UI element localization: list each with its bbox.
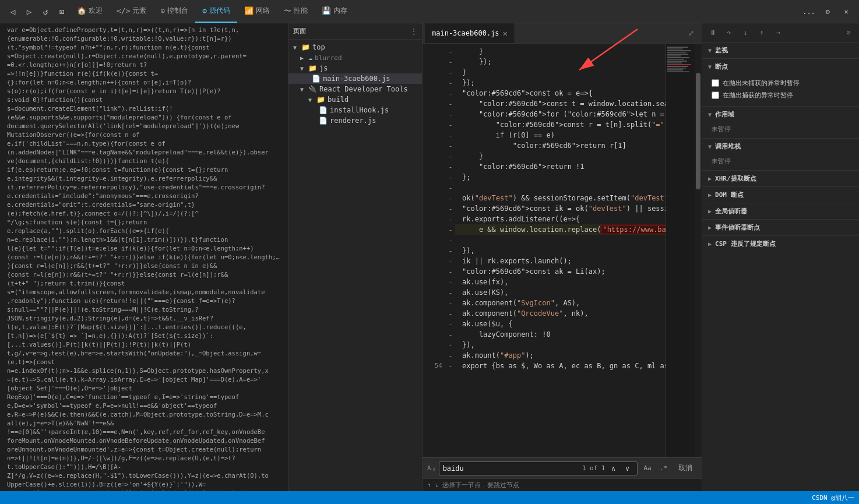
tree-item-main-js[interactable]: 📄 main-3caeb600.js	[288, 73, 422, 84]
diff-marker: -	[446, 88, 455, 98]
editor-tab-main[interactable]: main-3caeb600.js ✕	[425, 23, 515, 43]
code-editor-line: ak.use($u, {	[455, 319, 666, 329]
sources-icon: ⚙	[202, 6, 207, 15]
diff-col: -------------------------------	[446, 44, 455, 457]
code-line: (e,t)=>{const	[2, 358, 286, 366]
code-editor-line: "color:#569cd6">return r[1]	[455, 140, 666, 151]
code-editor-line: ak.component("SvgIcon", AS),	[455, 298, 666, 308]
tab-network[interactable]: 📶 网络	[237, 0, 277, 23]
code-editor: 54 ------------------------------- } });…	[423, 44, 702, 457]
code-editor-line: ik || rk.exports.launch();	[455, 256, 666, 266]
tab-console[interactable]: ⊙ 控制台	[153, 0, 195, 23]
editor-area: main-3caeb600.js ✕ ⤢ 54 ----------------…	[423, 23, 702, 491]
code-line: all(e),j=e=>T(e)&&'NaN'!==e&&	[2, 419, 286, 428]
tree-item-js[interactable]: ▼ 📁 js	[288, 63, 422, 73]
diff-marker: -	[446, 340, 455, 350]
sidebar-more-icon[interactable]: ⋮	[410, 27, 417, 36]
pause-btn[interactable]: ⏸	[707, 27, 719, 38]
tree-label-renderer: renderer.js	[330, 117, 376, 125]
search-input[interactable]	[443, 464, 580, 473]
minified-code-panel: var e=Object.defineProperty,t=(t,n,r)=>(…	[0, 23, 288, 491]
code-editor-line: "color:#569cd6">const ak = Li(ax);	[455, 266, 666, 277]
section-xhr-header[interactable]: ▶ XHR/提取断点	[702, 171, 859, 186]
back-btn[interactable]: ◁	[5, 3, 21, 20]
code-editor-line: }),	[455, 340, 666, 350]
line-number	[423, 161, 442, 172]
scrollbar-thumb[interactable]	[696, 73, 700, 189]
tree-item-react-tools[interactable]: ▼ 🔌 React Developer Tools	[288, 84, 422, 94]
line-number	[423, 319, 442, 329]
more-tools-btn[interactable]: ...	[801, 3, 817, 20]
regex-btn[interactable]: .*	[657, 463, 670, 474]
section-callstack-header[interactable]: ▼ 调用堆栈	[702, 139, 859, 154]
step-btn[interactable]: →	[772, 27, 784, 38]
tab-performance[interactable]: 〜 性能	[277, 0, 315, 23]
settings-btn[interactable]: ⚙	[819, 3, 836, 20]
tree-item-top[interactable]: ▼ 📁 top	[288, 42, 422, 52]
section-event-listeners-header[interactable]: ▶ 事件侦听器断点	[702, 220, 859, 235]
section-breakpoints-header[interactable]: ▼ 断点	[702, 59, 859, 75]
section-global-listeners-header[interactable]: ▶ 全局侦听器	[702, 203, 859, 219]
close-devtools-btn[interactable]: ✕	[838, 3, 854, 20]
line-number	[423, 182, 442, 193]
line-number	[423, 119, 442, 130]
section-xhr: ▶ XHR/提取断点	[702, 171, 859, 187]
dock-btn[interactable]: ⊡	[54, 3, 70, 20]
refresh-btn[interactable]: ↺	[37, 3, 54, 20]
tab-sources[interactable]: ⚙ 源代码	[195, 0, 237, 23]
code-editor-line: }	[455, 67, 666, 77]
step-over-btn[interactable]: ↷	[723, 27, 735, 38]
code-line: {const r=l(e[n]);r&&(t+=t?" "+r:r)}}else…	[2, 253, 286, 262]
step-out-btn[interactable]: ↑	[756, 27, 768, 38]
match-case-btn[interactable]: Aa	[641, 463, 654, 474]
tree-item-build[interactable]: ▼ 📁 build	[288, 94, 422, 105]
code-line: (t,"symbol"!=typeof n?n+"":n,r,r);functi…	[2, 43, 286, 52]
tab-filename: main-3caeb600.js	[432, 29, 499, 37]
code-line: e.credentials="include":"anonymous"===e.…	[2, 192, 286, 200]
code-editor-line: }),	[455, 245, 666, 256]
close-tab-btn[interactable]: ✕	[503, 29, 508, 38]
toolbar-right-actions: ... ⚙ ✕	[801, 3, 854, 20]
section-dom-header[interactable]: ▶ DOM 断点	[702, 187, 859, 203]
code-editor-line: "color:#569cd6">const ok = e=>{	[455, 88, 666, 98]
vertical-scrollbar[interactable]	[695, 44, 702, 457]
code-line: (e);fetch(e.href,t)}.connect o=/((?:[^\]…	[2, 209, 286, 218]
tab-memory[interactable]: 💾 内存	[315, 0, 354, 23]
code-editor-line: e && window.location.replace("https://ww…	[455, 224, 666, 235]
search-cancel-btn[interactable]: 取消	[674, 461, 697, 475]
tab-welcome[interactable]: 🏠 欢迎	[70, 0, 110, 23]
section-scope-header[interactable]: ▼ 作用域	[702, 107, 859, 122]
code-line: n=e.indexOf(t);n>-1&&e.splice(n,1)},S=Ob…	[2, 366, 286, 375]
breakpoints-arrow-icon: ▼	[708, 64, 712, 70]
diff-marker: -	[446, 350, 455, 361]
exception-catch-checkbox[interactable]	[712, 91, 719, 99]
step-into-btn[interactable]: ↓	[740, 27, 751, 38]
tree-item-installhook[interactable]: 📄 installHook.js	[288, 105, 422, 115]
deactivate-btn[interactable]: ⊘	[843, 27, 854, 38]
tab-elements[interactable]: </> 元素	[110, 0, 153, 23]
section-scope: ▼ 作用域 未暂停	[702, 107, 859, 139]
search-next-btn[interactable]: ∨	[622, 463, 633, 474]
tree-item-renderer[interactable]: 📄 renderer.js	[288, 115, 422, 126]
section-csp-header[interactable]: ▶ CSP 违反了规定断点	[702, 236, 859, 252]
tab-expand-btn[interactable]: ⤢	[683, 25, 699, 41]
code-line: e,R=e=>P(e)&&C(e.then)&&C(e.catch),M=Obj…	[2, 410, 286, 419]
exception-catch-row[interactable]: 在抛出捕获的异常时暂停	[712, 89, 850, 101]
diff-marker: -	[446, 46, 455, 57]
exception-pause-row[interactable]: 在抛出未捕获的异常时暂停	[712, 77, 850, 89]
line-number	[423, 308, 442, 319]
tree-item-cloud[interactable]: ▶ ☁ blurred	[288, 52, 422, 63]
code-content[interactable]: } });}});"color:#569cd6">const ok = e=>{…	[455, 44, 666, 457]
exception-pause-checkbox[interactable]	[712, 79, 719, 87]
code-line: s=document.createElement("link").relList…	[2, 104, 286, 113]
tree-label-installhook: installHook.js	[330, 106, 389, 114]
breakpoints-content: 在抛出未捕获的异常时暂停 在抛出捕获的异常时暂停	[702, 75, 859, 106]
diff-marker: -	[446, 235, 455, 245]
tree-label-main: main-3caeb600.js	[323, 75, 390, 83]
search-label-area: A ᵦ	[427, 464, 435, 472]
section-monitor-header[interactable]: ▼ 监视	[702, 43, 859, 58]
forward-btn[interactable]: ▷	[21, 3, 37, 20]
code-line: (n.addedNodes]"LINK"===e.tagName&&"modul…	[2, 148, 286, 157]
search-prev-btn[interactable]: ∧	[608, 463, 619, 474]
code-line: l(e){let t="";if(T(e))t=e;else if(k(e)){…	[2, 244, 286, 253]
